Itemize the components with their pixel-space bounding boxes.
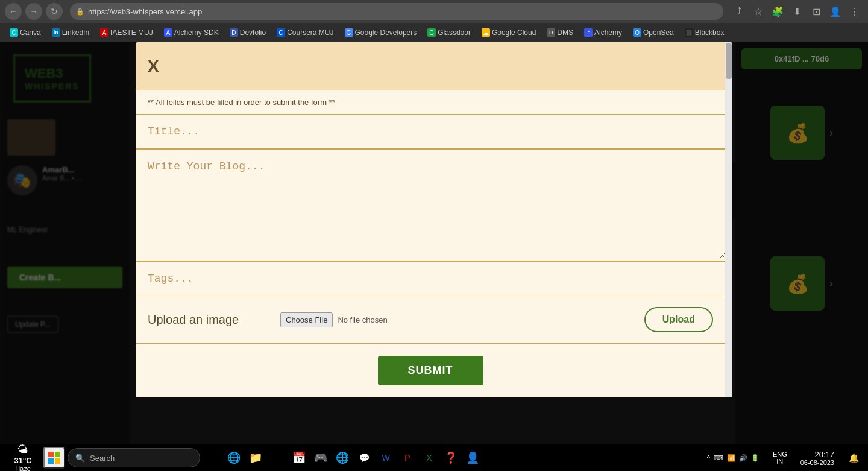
taskbar-search-bar[interactable]: 🔍 Search [68,448,200,467]
google-dev-icon: G [345,28,353,37]
notifications-icon[interactable]: 🔔 [844,448,863,467]
submit-button[interactable]: SUBMIT [378,356,483,385]
bookmark-dms[interactable]: D DMS [542,27,578,39]
taskbar: 🌤 31°C Haze 🔍 Search ⊞ 🌐 📁 ✉ 📅 🎮 🌐 💬 W P… [0,444,868,471]
taskbar-app2-icon[interactable]: 💬 [354,448,374,467]
devfolio-icon: D [230,28,238,37]
no-file-text: No file chosen [338,315,387,324]
browser-chrome: ← → ↻ 🔒 https://web3-whispers.vercel.app… [0,0,868,42]
system-tray: ^ ⌨ 📶 🔊 🔋 [702,454,764,462]
taskbar-help-icon[interactable]: ❓ [441,448,461,467]
dms-icon: D [547,28,555,37]
taskbar-word-icon[interactable]: W [376,448,395,467]
taskbar-user-icon[interactable]: 👤 [463,448,482,467]
taskbar-mail-icon[interactable]: ✉ [268,448,287,467]
blog-textarea[interactable] [136,150,725,258]
systray-network-icon[interactable]: 📶 [727,454,735,462]
taskbar-calendar-icon[interactable]: 📅 [289,448,309,467]
weather-condition: Haze [15,465,31,471]
lock-icon: 🔒 [76,8,84,16]
bookmark-opensea[interactable]: O OpenSea [628,27,679,39]
bookmark-alchemy-sdk-label: Alchemy SDK [174,28,219,37]
bookmark-glassdoor-label: Glassdoor [438,28,471,37]
upload-row: Upload an image Choose File No file chos… [136,296,725,343]
modal-scrollbar[interactable] [725,42,732,397]
start-button[interactable] [43,447,65,469]
bookmark-alchemy[interactable]: ia Alchemy [579,27,627,39]
scrollbar-thumb [726,43,732,79]
opensea-icon: O [633,28,641,37]
back-button[interactable]: ← [5,3,22,20]
canva-icon: C [10,28,18,37]
search-magnifier-icon: 🔍 [75,454,85,463]
extension-puzzle-icon[interactable]: 🧩 [769,3,786,20]
language-indicator: ENG IN [769,450,791,465]
svg-rect-3 [55,458,60,464]
taskbar-chrome-icon[interactable]: 🌐 [333,448,352,467]
svg-rect-1 [55,452,60,457]
blackbox-bm-icon: ⬛ [685,28,693,37]
title-input[interactable] [136,115,725,148]
bookmark-coursera[interactable]: C Coursera MUJ [272,27,338,39]
bookmark-google-dev[interactable]: G Google Developers [340,27,422,39]
blog-field-wrapper [136,149,725,261]
upload-button[interactable]: Upload [644,307,713,332]
modal-overlay: X ** All feilds must be filled in order … [0,42,868,471]
form-notice: ** All feilds must be filled in order to… [136,90,725,114]
clock-date: 06-08-2023 [800,459,834,466]
bookmarks-bar: C Canva in LinkedIn A IAESTE MUJ A Alche… [0,23,868,42]
google-cloud-icon: ☁ [482,28,490,37]
modal-close-button[interactable]: X [148,58,159,75]
url-text: https://web3-whispers.vercel.app [88,7,202,16]
bookmark-alchemy-label: Alchemy [594,28,622,37]
taskbar-right: ^ ⌨ 📶 🔊 🔋 ENG IN 20:17 06-08-2023 🔔 [702,448,863,467]
bookmark-iaeste-label: IAESTE MUJ [110,28,153,37]
clock-time: 20:17 [800,450,834,459]
region-text: IN [776,458,783,465]
svg-rect-0 [48,452,54,457]
bookmark-star-icon[interactable]: ☆ [750,3,767,20]
menu-dots-icon[interactable]: ⋮ [846,3,863,20]
bookmark-dms-label: DMS [557,28,573,37]
systray-keyboard-icon[interactable]: ⌨ [714,454,723,462]
bookmark-linkedin-label: LinkedIn [62,28,89,37]
systray-chevron-icon[interactable]: ^ [707,454,710,461]
reload-button[interactable]: ↻ [46,3,63,20]
address-bar[interactable]: 🔒 https://web3-whispers.vercel.app [70,3,723,20]
linkedin-icon: in [52,28,60,37]
bookmark-glassdoor[interactable]: G Glassdoor [423,27,476,39]
systray-battery-icon[interactable]: 🔋 [751,454,760,462]
browser-toolbar: ← → ↻ 🔒 https://web3-whispers.vercel.app… [0,0,868,23]
taskbar-weather: 🌤 31°C Haze [5,443,41,471]
systray-speaker-icon[interactable]: 🔊 [739,454,747,462]
window-icon[interactable]: ⊡ [808,3,825,20]
bookmark-google-cloud-label: Google Cloud [492,28,536,37]
taskbar-file-explorer-icon[interactable]: 📁 [246,448,265,467]
bookmark-opensea-label: OpenSea [643,28,674,37]
bookmark-google-cloud[interactable]: ☁ Google Cloud [477,27,541,39]
alchemy-icon: ia [584,28,593,37]
taskbar-powerpoint-icon[interactable]: P [398,448,417,467]
taskbar-app1-icon[interactable]: 🎮 [311,448,330,467]
bookmark-devfolio[interactable]: D Devfolio [225,27,271,39]
bookmark-canva[interactable]: C Canva [5,27,46,39]
taskbar-search-label: Search [90,454,115,463]
toolbar-icons: ⤴ ☆ 🧩 ⬇ ⊡ 👤 ⋮ [731,3,863,20]
profile-avatar[interactable]: 👤 [827,3,844,20]
download-icon[interactable]: ⬇ [788,3,805,20]
taskbar-task-view-icon[interactable]: ⊞ [203,448,222,467]
taskbar-edge-icon[interactable]: 🌐 [224,448,244,467]
choose-file-button[interactable]: Choose File [280,312,333,327]
taskbar-excel-icon[interactable]: X [420,448,439,467]
upload-label: Upload an image [148,313,268,327]
bookmark-iaeste[interactable]: A IAESTE MUJ [95,27,158,39]
taskbar-clock[interactable]: 20:17 06-08-2023 [796,450,839,466]
bookmark-alchemy-sdk[interactable]: A Alchemy SDK [159,27,224,39]
tags-input[interactable] [136,262,725,296]
modal-header: X [136,42,732,90]
weather-temp: 31°C [14,456,31,465]
bookmark-blackbox[interactable]: ⬛ Blackbox [680,27,729,39]
share-icon[interactable]: ⤴ [731,3,747,20]
forward-button[interactable]: → [25,3,42,20]
bookmark-linkedin[interactable]: in LinkedIn [47,27,94,39]
